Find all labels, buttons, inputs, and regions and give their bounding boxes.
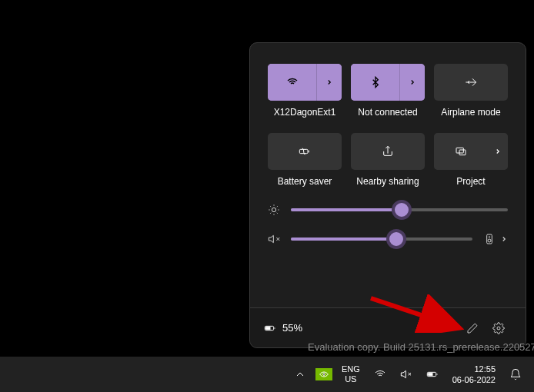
- battery-icon: [264, 322, 276, 334]
- battery-saver-icon: [299, 145, 311, 158]
- chevron-right-icon: [494, 148, 502, 155]
- tiles-row-2: [268, 133, 508, 170]
- wifi-tile[interactable]: [268, 64, 342, 101]
- project-icon: [455, 145, 467, 158]
- bluetooth-icon: [369, 76, 382, 88]
- battery-saver-label: Battery saver: [268, 176, 342, 187]
- wifi-tray-icon[interactable]: [369, 364, 391, 385]
- brightness-fill: [291, 208, 402, 211]
- settings-button[interactable]: [486, 315, 512, 341]
- chevron-right-icon: [325, 78, 333, 86]
- svg-rect-13: [428, 374, 432, 376]
- battery-percent: 55%: [282, 322, 302, 334]
- volume-row: [268, 233, 508, 245]
- evaluation-watermark: Evaluation copy. Build 25131.rs_prerelea…: [308, 341, 534, 353]
- airplane-label: Airplane mode: [434, 107, 508, 118]
- wifi-label: X12DagonExt1: [268, 107, 342, 118]
- tiles-row-2-labels: Battery saver Nearby sharing Project: [268, 176, 508, 187]
- svg-point-6: [488, 239, 491, 242]
- clock-date[interactable]: 12:55 06-06-2022: [448, 364, 500, 386]
- bluetooth-expand[interactable]: [399, 64, 425, 101]
- nearby-sharing-tile[interactable]: [351, 133, 425, 170]
- chevron-right-icon: [500, 235, 508, 243]
- project-label: Project: [434, 176, 508, 187]
- chevron-right-icon: [409, 78, 416, 86]
- speaker-device-icon: [483, 233, 496, 245]
- svg-point-3: [272, 208, 275, 211]
- volume-muted-icon[interactable]: [268, 233, 280, 245]
- svg-point-11: [323, 374, 325, 376]
- project-toggle[interactable]: [434, 133, 488, 170]
- volume-tray-icon[interactable]: [395, 364, 417, 385]
- nearby-label: Nearby sharing: [351, 176, 425, 187]
- svg-rect-2: [459, 150, 466, 155]
- wifi-icon: [286, 76, 299, 88]
- svg-rect-8: [266, 327, 270, 329]
- battery-tray-icon[interactable]: [422, 364, 443, 385]
- airplane-icon: [465, 76, 477, 88]
- brightness-thumb[interactable]: [392, 200, 412, 220]
- svg-rect-1: [456, 148, 463, 153]
- lang-top: ENG: [342, 364, 360, 374]
- brightness-slider[interactable]: [291, 208, 508, 211]
- nvidia-icon: [315, 368, 332, 380]
- wifi-expand[interactable]: [316, 64, 342, 101]
- svg-point-9: [497, 327, 500, 330]
- taskbar: ENG US 12:55 06-06-2022: [0, 357, 534, 392]
- brightness-row: [268, 204, 508, 216]
- clock-date-text: 06-06-2022: [452, 374, 496, 385]
- battery-status[interactable]: 55%: [264, 322, 302, 334]
- volume-fill: [291, 238, 396, 241]
- airplane-tile[interactable]: [434, 64, 508, 101]
- quick-settings-panel: X12DagonExt1 Not connected Airplane mode: [249, 42, 526, 348]
- tiles-row-1: [268, 64, 508, 101]
- audio-output-button[interactable]: [483, 233, 508, 245]
- tiles-row-1-labels: X12DagonExt1 Not connected Airplane mode: [268, 107, 508, 118]
- project-tile[interactable]: [434, 133, 508, 170]
- volume-thumb[interactable]: [386, 229, 406, 249]
- svg-point-5: [489, 237, 489, 238]
- tiles-area: X12DagonExt1 Not connected Airplane mode: [250, 43, 526, 307]
- volume-slider[interactable]: [291, 238, 472, 241]
- tray-chevron-up[interactable]: [289, 364, 311, 385]
- lang-bottom: US: [342, 374, 360, 384]
- project-expand[interactable]: [488, 133, 508, 170]
- language-indicator[interactable]: ENG US: [337, 364, 365, 384]
- nearby-share-icon: [382, 145, 394, 158]
- nvidia-tray-icon[interactable]: [315, 364, 332, 385]
- bluetooth-label: Not connected: [351, 107, 425, 118]
- clock-time: 12:55: [452, 364, 496, 374]
- battery-saver-tile[interactable]: [268, 133, 342, 170]
- bluetooth-toggle[interactable]: [351, 64, 399, 101]
- wifi-toggle[interactable]: [268, 64, 316, 101]
- edit-quick-settings-button[interactable]: [459, 315, 486, 341]
- bluetooth-tile[interactable]: [351, 64, 425, 101]
- notifications-tray-icon[interactable]: [505, 364, 526, 385]
- brightness-icon: [268, 204, 280, 216]
